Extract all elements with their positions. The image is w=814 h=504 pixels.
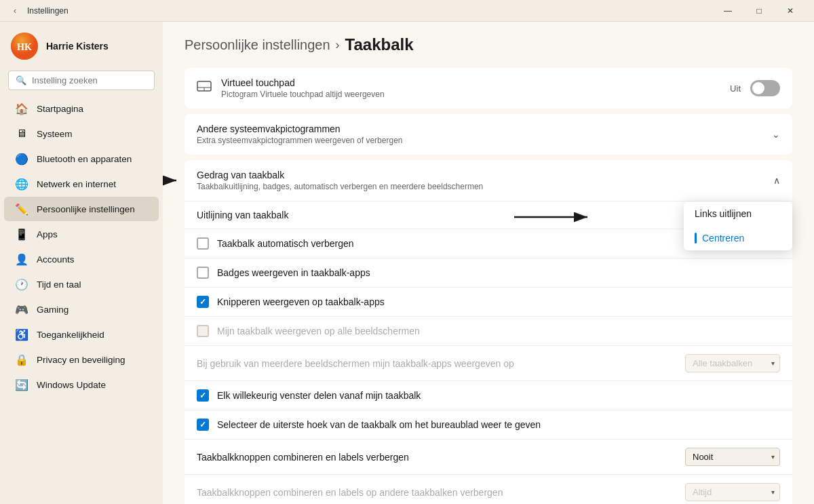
andere-systeemvak-sublabel: Extra systeemvakpictogrammen weergeven o…: [197, 136, 772, 145]
user-name: Harrie Kisters: [46, 41, 109, 52]
gedrag-sublabel: Taakbalkuitlijning, badges, automatisch …: [197, 182, 773, 191]
close-button[interactable]: ✕: [775, 0, 806, 22]
nav-icon-tijd: 🕐: [15, 277, 28, 291]
gedrag-section: Gedrag van taakbalk Taakbalkuitlijning, …: [185, 160, 792, 504]
combineren-andere-dropdown-wrap: Altijd ▾: [685, 483, 780, 501]
nav-icon-gaming: 🎮: [15, 303, 28, 316]
badges-row: Badges weergeven in taakbalk-apps: [185, 258, 792, 288]
virtueel-touchpad-card: Virtueel touchpad Pictogram Virtuele tou…: [185, 68, 792, 109]
sidebar-item-netwerk[interactable]: 🌐 Netwerk en internet: [4, 172, 159, 196]
nav-icon-apps: 📱: [15, 227, 28, 241]
gedrag-chevron: ∧: [773, 175, 780, 186]
combineren-andere-label: Taakbalkknoppen combineren en labels op …: [197, 487, 685, 498]
page-header: Persoonlijke instellingen › Taakbalk: [185, 35, 792, 54]
nav-label-bluetooth: Bluetooth en apparaten: [37, 154, 132, 164]
nav-icon-bluetooth: 🔵: [15, 152, 28, 166]
combineren-select[interactable]: Nooit: [685, 448, 780, 466]
sidebar-item-accounts[interactable]: 👤 Accounts: [4, 247, 159, 271]
nav-label-toegankelijkheid: Toegankelijkheid: [37, 330, 104, 340]
combineren-label: Taakbalkknoppen combineren en labels ver…: [197, 452, 685, 463]
avatar: HK: [11, 33, 38, 60]
search-box[interactable]: 🔍: [8, 71, 155, 90]
venster-delen-checkbox[interactable]: [197, 389, 209, 402]
alle-schermen-label: Mijn taakbalk weergeven op alle beeldsch…: [217, 326, 780, 336]
popup-item-centreren[interactable]: Centreren: [684, 226, 792, 250]
back-button[interactable]: ‹: [8, 4, 22, 18]
knipperen-checkbox[interactable]: [197, 296, 209, 308]
nav-icon-privacy: 🔒: [15, 353, 28, 366]
virtueel-touchpad-row: Virtueel touchpad Pictogram Virtuele tou…: [185, 68, 792, 109]
toggle-knob: [752, 82, 764, 94]
touchpad-status: Uit: [730, 83, 741, 94]
touchpad-label: Virtueel touchpad: [221, 77, 720, 88]
page-title: Taakbalk: [345, 35, 414, 54]
nav-label-windows_update: Windows Update: [37, 380, 106, 390]
autoverbergen-checkbox[interactable]: [197, 237, 209, 250]
nav-icon-systeem: 🖥: [15, 127, 28, 140]
popup-label-links: Links uitlijnen: [695, 208, 752, 219]
nav-label-apps: Apps: [37, 229, 58, 239]
nav-label-tijd: Tijd en taal: [37, 279, 81, 290]
touchpad-toggle[interactable]: [750, 80, 780, 96]
minimize-button[interactable]: —: [712, 0, 743, 22]
andere-systeemvak-chevron: ⌄: [772, 129, 780, 140]
nav-icon-netwerk: 🌐: [15, 177, 28, 191]
nav-icon-startpagina: 🏠: [15, 102, 28, 115]
content-area: Persoonlijke instellingen › Taakbalk Vir…: [163, 22, 814, 504]
knipperen-label: Knipperen weergeven op taakbalk-apps: [217, 296, 780, 307]
sidebar-item-windows_update[interactable]: 🔄 Windows Update: [4, 372, 159, 397]
bureaublad-row: Selecteer de uiterste hoek van de taakba…: [185, 410, 792, 440]
nav-label-startpagina: Startpagina: [37, 104, 83, 114]
nav-label-systeem: Systeem: [37, 129, 73, 139]
gedrag-label: Gedrag van taakbalk: [197, 170, 773, 180]
sidebar-item-tijd[interactable]: 🕐 Tijd en taal: [4, 272, 159, 296]
search-icon: 🔍: [16, 75, 26, 85]
sidebar-item-apps[interactable]: 📱 Apps: [4, 222, 159, 246]
nav-label-gaming: Gaming: [37, 305, 69, 315]
uitlijning-dropdown-popup: Links uitlijnen Centreren: [684, 201, 792, 250]
badges-label: Badges weergeven in taakbalk-apps: [217, 267, 780, 278]
alle-schermen-checkbox: [197, 325, 209, 337]
uitlijning-row: Uitlijning van taakbalk: [185, 201, 792, 229]
combineren-dropdown-wrap[interactable]: Nooit ▾: [685, 448, 780, 466]
multi-display-label: Bij gebruik van meerdere beeldschermen m…: [197, 358, 685, 369]
sidebar-item-persoonlijk[interactable]: ✏️ Persoonlijke instellingen: [4, 197, 159, 221]
search-input[interactable]: [32, 75, 147, 85]
nav-icon-accounts: 👤: [15, 252, 28, 266]
sidebar-item-toegankelijkheid[interactable]: ♿ Toegankelijkheid: [4, 322, 159, 347]
combineren-andere-select: Altijd: [685, 483, 780, 501]
nav-icon-persoonlijk: ✏️: [15, 202, 28, 216]
knipperen-row: Knipperen weergeven op taakbalk-apps: [185, 288, 792, 317]
andere-systeemvak-label: Andere systeemvakpictogrammen: [197, 123, 772, 134]
sidebar-item-systeem[interactable]: 🖥 Systeem: [4, 121, 159, 146]
popup-label-centreren: Centreren: [702, 233, 744, 244]
touchpad-text: Virtueel touchpad Pictogram Virtuele tou…: [221, 77, 720, 99]
sidebar-item-gaming[interactable]: 🎮 Gaming: [4, 297, 159, 322]
sidebar-item-bluetooth[interactable]: 🔵 Bluetooth en apparaten: [4, 147, 159, 171]
bureaublad-checkbox[interactable]: [197, 419, 209, 431]
window-controls: — □ ✕: [712, 0, 806, 22]
multi-display-row: Bij gebruik van meerdere beeldschermen m…: [185, 346, 792, 381]
venster-delen-label: Elk willekeurig venster delen vanaf mijn…: [217, 390, 780, 401]
breadcrumb: Persoonlijke instellingen: [185, 37, 330, 53]
multi-display-dropdown-wrap[interactable]: Alle taakbalken ▾: [685, 354, 780, 372]
gedrag-header[interactable]: Gedrag van taakbalk Taakbalkuitlijning, …: [185, 160, 792, 201]
user-section: HK Harrie Kisters: [0, 22, 163, 68]
selected-indicator: [695, 233, 697, 244]
multi-display-select[interactable]: Alle taakbalken: [685, 354, 780, 372]
nav-label-accounts: Accounts: [37, 254, 75, 265]
andere-systeemvak-section[interactable]: Andere systeemvakpictogrammen Extra syst…: [185, 114, 792, 155]
breadcrumb-chevron: ›: [336, 38, 340, 52]
sidebar-item-privacy[interactable]: 🔒 Privacy en beveiliging: [4, 347, 159, 372]
badges-checkbox[interactable]: [197, 267, 209, 279]
touchpad-control: Uit: [730, 80, 780, 96]
popup-item-links[interactable]: Links uitlijnen: [684, 201, 792, 226]
maximize-button[interactable]: □: [743, 0, 775, 22]
bureaublad-label: Selecteer de uiterste hoek van de taakba…: [217, 419, 780, 430]
nav-label-privacy: Privacy en beveiliging: [37, 355, 125, 365]
sidebar: HK Harrie Kisters 🔍 🏠 Startpagina 🖥 Syst…: [0, 22, 163, 504]
sidebar-item-startpagina[interactable]: 🏠 Startpagina: [4, 96, 159, 121]
alle-schermen-row: Mijn taakbalk weergeven op alle beeldsch…: [185, 317, 792, 346]
combineren-row: Taakbalkknoppen combineren en labels ver…: [185, 440, 792, 475]
nav-label-persoonlijk: Persoonlijke instellingen: [37, 204, 135, 214]
